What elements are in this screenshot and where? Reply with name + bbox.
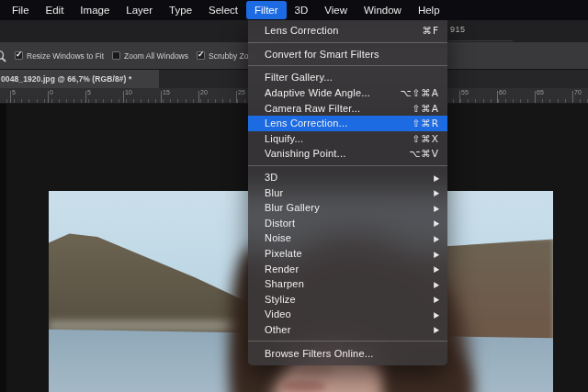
menu-item-stylize[interactable]: Stylize▶ [248, 292, 447, 308]
menu-item-3d[interactable]: 3D▶ [248, 170, 447, 185]
ruler-unit-label: 65 [537, 89, 544, 95]
menu-item-shortcut: ⌥⌘V [409, 148, 439, 159]
checkbox-resize-windows-to-fit[interactable]: Resize Windows to Fit [15, 51, 104, 61]
menu-item-label: Distort [265, 218, 434, 229]
menu-item-liquify[interactable]: Liquify...⇧⌘X [248, 131, 447, 147]
submenu-arrow-icon: ▶ [434, 249, 439, 259]
menu-item-label: Video [265, 308, 434, 319]
toolbar-edge [0, 104, 6, 392]
ruler-unit-label: 20 [200, 89, 208, 95]
menubar-item-file[interactable]: File [4, 1, 38, 19]
submenu-arrow-icon: ▶ [434, 218, 439, 228]
submenu-arrow-icon: ▶ [434, 203, 439, 213]
menu-item-shortcut: ⇧⌘X [413, 133, 440, 144]
menubar-item-edit[interactable]: Edit [38, 1, 73, 19]
menu-item-lens-correction[interactable]: Lens Correction...⇧⌘R [248, 116, 447, 131]
menubar-item-help[interactable]: Help [410, 1, 448, 19]
menu-item-label: Lens Correction... [265, 118, 412, 129]
ruler-unit-label: 70 [574, 89, 582, 95]
checkbox-label: Zoom All Windows [124, 51, 188, 61]
checkbox-label: Resize Windows to Fit [27, 51, 104, 61]
menu-item-other[interactable]: Other▶ [248, 322, 447, 338]
menu-separator [248, 39, 447, 47]
menu-item-label: Stylize [265, 294, 434, 305]
menu-item-label: Lens Correction [265, 25, 422, 36]
submenu-arrow-icon: ▶ [434, 263, 439, 274]
menu-item-distort[interactable]: Distort▶ [248, 216, 447, 231]
menu-item-label: Vanishing Point... [265, 148, 409, 159]
menubar-item-window[interactable]: Window [356, 1, 410, 19]
menu-item-filter-gallery[interactable]: Filter Gallery... [248, 70, 447, 85]
menubar-item-type[interactable]: Type [161, 1, 200, 19]
menu-separator [248, 62, 447, 70]
menu-item-label: Adaptive Wide Angle... [265, 87, 400, 98]
submenu-arrow-icon: ▶ [434, 173, 439, 183]
menu-item-label: 3D [265, 172, 434, 183]
menubar-item-select[interactable]: Select [200, 1, 246, 19]
menu-item-adaptive-wide-angle[interactable]: Adaptive Wide Angle...⌥⇧⌘A [248, 85, 447, 101]
menubar-item-layer[interactable]: Layer [118, 1, 161, 19]
menu-item-label: Other [265, 324, 434, 335]
menu-item-video[interactable]: Video▶ [248, 307, 447, 322]
menu-item-convert-for-smart-filters[interactable]: Convert for Smart Filters [248, 47, 447, 62]
zoom-options: Resize Windows to FitZoom All WindowsScr… [15, 51, 267, 61]
menu-item-label: Blur Gallery [265, 202, 434, 213]
ruler-unit-label: 5 [87, 89, 91, 95]
submenu-arrow-icon: ▶ [434, 309, 439, 319]
ruler-unit-label: 10 [125, 89, 132, 95]
submenu-arrow-icon: ▶ [434, 233, 439, 243]
checked-checkbox-icon[interactable] [15, 51, 23, 60]
ruler-unit-label: 0 [50, 89, 53, 95]
menu-item-camera-raw-filter[interactable]: Camera Raw Filter...⇧⌘A [248, 100, 447, 116]
menu-item-vanishing-point[interactable]: Vanishing Point...⌥⌘V [248, 146, 447, 162]
menu-item-shortcut: ⇧⌘A [413, 103, 439, 114]
menu-item-label: Camera Raw Filter... [265, 103, 413, 114]
submenu-arrow-icon: ▶ [434, 325, 439, 335]
menubar-item-view[interactable]: View [316, 1, 356, 19]
menu-item-label: Pixelate [265, 248, 434, 259]
menu-item-blur-gallery[interactable]: Blur Gallery▶ [248, 200, 447, 216]
checked-checkbox-icon[interactable] [197, 51, 205, 60]
submenu-arrow-icon: ▶ [434, 187, 439, 197]
divider-line [448, 40, 513, 41]
ruler-unit-label: 55 [461, 89, 469, 95]
menu-item-label: Browse Filters Online... [265, 348, 439, 359]
ruler-unit-label: 5 [12, 89, 16, 95]
checkbox-zoom-all-windows[interactable]: Zoom All Windows [112, 51, 188, 61]
ruler-unit-label: 25 [238, 89, 245, 95]
submenu-arrow-icon: ▶ [434, 279, 439, 289]
menu-item-label: Filter Gallery... [265, 72, 439, 83]
menu-item-browse-filters-online[interactable]: Browse Filters Online... [248, 345, 447, 361]
menu-item-label: Sharpen [265, 278, 434, 289]
menubar-item-3d[interactable]: 3D [287, 1, 317, 19]
document-tab[interactable]: 0048_1920.jpg @ 66,7% (RGB/8#) * [0, 70, 159, 88]
menu-item-sharpen[interactable]: Sharpen▶ [248, 276, 447, 292]
photo-subject-lips [280, 380, 326, 392]
menu-item-label: Convert for Smart Filters [265, 49, 439, 60]
filter-dropdown-menu: Lens Correction⌘FConvert for Smart Filte… [248, 20, 447, 365]
menubar-item-filter[interactable]: Filter [246, 1, 287, 19]
menu-item-render[interactable]: Render▶ [248, 261, 447, 276]
menu-item-label: Noise [265, 232, 434, 243]
menu-bar: FileEditImageLayerTypeSelectFilter3DView… [0, 0, 588, 20]
ruler-unit-label: 60 [499, 89, 506, 95]
menu-item-pixelate[interactable]: Pixelate▶ [248, 246, 447, 262]
menu-item-blur[interactable]: Blur▶ [248, 185, 447, 200]
menu-item-shortcut: ⌘F [422, 25, 439, 36]
ruler-unit-label: 15 [163, 89, 170, 95]
submenu-arrow-icon: ▶ [434, 294, 439, 304]
document-tab-title: 0048_1920.jpg @ 66,7% (RGB/8#) * [1, 74, 131, 84]
menu-separator [248, 337, 447, 345]
unchecked-checkbox-icon[interactable] [112, 51, 120, 60]
menu-separator [248, 162, 447, 170]
menubar-item-image[interactable]: Image [72, 1, 118, 19]
menu-item-label: Liquify... [265, 133, 413, 144]
menu-item-lens-correction[interactable]: Lens Correction⌘F [248, 23, 447, 39]
partial-text: 915 [450, 25, 466, 34]
photoshop-window: 915 Resize Windows to FitZoom All Window… [0, 0, 588, 392]
menu-item-noise[interactable]: Noise▶ [248, 230, 447, 246]
menu-item-shortcut: ⇧⌘R [412, 118, 439, 129]
menu-item-label: Blur [265, 187, 434, 198]
zoom-tool-icon [0, 48, 8, 64]
menu-item-shortcut: ⌥⇧⌘A [400, 87, 439, 98]
